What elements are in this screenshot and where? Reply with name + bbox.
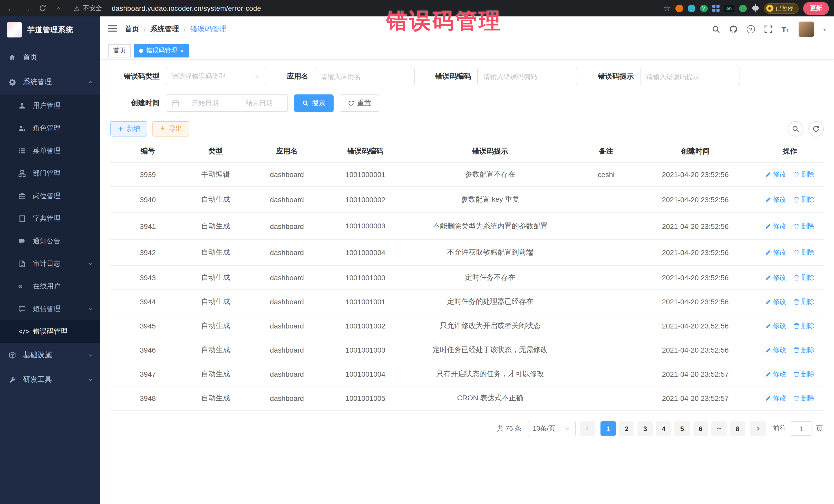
tab-home[interactable]: 首页 — [108, 44, 131, 57]
infinity-icon: ∞ — [19, 283, 27, 289]
edit-link[interactable]: 修改 — [765, 297, 786, 306]
search-button[interactable]: 搜索 — [294, 94, 334, 112]
tab-error-code[interactable]: 错误码管理 × — [134, 44, 189, 57]
select-placeholder: 请选择错误码类型 — [172, 72, 225, 81]
edit-link[interactable]: 修改 — [765, 345, 786, 355]
page-size-select[interactable]: 10条/页 — [528, 421, 576, 436]
export-button[interactable]: 导出 — [152, 121, 190, 136]
github-icon[interactable] — [729, 25, 737, 34]
breadcrumb-system[interactable]: 系统管理 — [150, 25, 179, 34]
error-type-select[interactable]: 请选择错误码类型 — [166, 68, 266, 85]
avatar-caret-icon[interactable]: ▾ — [823, 26, 826, 32]
cell-code: 1001001002 — [328, 314, 403, 338]
browser-update-button[interactable]: 更新 — [803, 2, 829, 15]
sidebar-item-megaphone[interactable]: 通知公告 — [0, 230, 100, 253]
pager-page-4[interactable]: 4 — [656, 421, 671, 436]
extension-record-icon[interactable] — [675, 4, 683, 12]
delete-link[interactable]: 删除 — [793, 248, 814, 257]
delete-link[interactable]: 删除 — [793, 273, 814, 282]
delete-link[interactable]: 删除 — [793, 170, 814, 179]
pager-page-5[interactable]: 5 — [674, 421, 690, 436]
fullscreen-icon[interactable] — [764, 25, 772, 34]
pager-prev-icon[interactable] — [580, 421, 595, 436]
extensions-puzzle-icon[interactable] — [751, 4, 759, 12]
refresh-table-icon[interactable] — [808, 121, 824, 136]
sidebar-item-code[interactable]: </>错误码管理 — [0, 320, 100, 343]
delete-link[interactable]: 删除 — [793, 195, 814, 204]
extension-apps-grid-icon[interactable] — [712, 5, 719, 12]
extension-colorpicker-icon[interactable] — [687, 4, 695, 12]
search-icon[interactable] — [711, 25, 720, 34]
sidebar-item-gear[interactable]: 系统管理 — [0, 70, 100, 94]
breadcrumb: 首页 / 系统管理 / 错误码管理 — [125, 25, 226, 34]
cell-code: 1001000002 — [328, 187, 403, 213]
close-tab-icon[interactable]: × — [180, 47, 184, 53]
edit-link[interactable]: 修改 — [765, 195, 786, 204]
back-icon[interactable]: ← — [5, 3, 17, 14]
table-row: 3941自动生成dashboard1001000003不能删除类型为系统内置的参… — [110, 213, 824, 239]
edit-link[interactable]: 修改 — [765, 394, 786, 403]
sidebar-item-badge[interactable]: 岗位管理 — [0, 185, 100, 207]
pager-ellipsis[interactable]: ••• — [711, 421, 727, 436]
cell-code: 1001001003 — [328, 338, 403, 362]
delete-link[interactable]: 删除 — [793, 394, 814, 403]
extension-v-icon[interactable]: V — [700, 4, 707, 12]
hamburger-icon[interactable] — [108, 24, 117, 34]
sidebar-item-infinity[interactable]: ∞在线用户 — [0, 275, 100, 298]
cell-app: dashboard — [246, 239, 328, 266]
edit-link[interactable]: 修改 — [765, 221, 786, 231]
app-name-input[interactable] — [321, 73, 409, 80]
bookmark-star-icon[interactable]: ☆ — [664, 4, 671, 13]
home-icon[interactable]: ⌂ — [53, 3, 64, 14]
address-bar[interactable]: dashboard.yudao.iocoder.cn/system/error-… — [112, 4, 261, 12]
edit-link[interactable]: 修改 — [765, 170, 786, 179]
list-icon — [19, 147, 27, 154]
goto-page-input[interactable] — [790, 421, 812, 436]
delete-link[interactable]: 删除 — [793, 345, 814, 355]
reload-icon[interactable] — [37, 3, 48, 14]
sidebar-item-home[interactable]: 首页 — [0, 45, 100, 70]
delete-link[interactable]: 删除 — [793, 321, 814, 330]
delete-link[interactable]: 删除 — [793, 221, 814, 231]
pager-page-2[interactable]: 2 — [619, 421, 634, 436]
filter-time-label: 创建时间 — [110, 98, 160, 108]
user-avatar[interactable] — [798, 22, 814, 37]
pager-page-8[interactable]: 8 — [730, 421, 745, 436]
sidebar-item-users[interactable]: 角色管理 — [0, 117, 100, 139]
profile-paused-chip[interactable]: ☻ 已暂停 — [764, 3, 798, 14]
toggle-search-icon[interactable] — [788, 121, 803, 136]
help-icon[interactable]: ? — [746, 25, 755, 34]
error-code-input[interactable] — [483, 73, 571, 80]
pager-page-1[interactable]: 1 — [600, 421, 616, 436]
extension-leaf-icon[interactable] — [739, 4, 746, 12]
pager-page-6[interactable]: 6 — [693, 421, 708, 436]
logo[interactable]: 芋道管理系统 — [0, 17, 100, 43]
sidebar-item-list[interactable]: 菜单管理 — [0, 139, 100, 162]
security-status[interactable]: ⚠ 不安全 — [74, 4, 102, 13]
add-button[interactable]: 新增 — [110, 121, 147, 136]
forward-icon[interactable]: → — [21, 3, 32, 14]
extension-vpn-icon[interactable]: on — [724, 4, 734, 12]
sidebar-item-docedit[interactable]: 审计日志 — [0, 253, 100, 275]
screen: ← → ⌂ ⚠ 不安全 dashboard.yudao.iocoder.cn/s… — [0, 0, 834, 504]
sidebar-item-user[interactable]: 用户管理 — [0, 94, 100, 117]
delete-link[interactable]: 删除 — [793, 370, 814, 379]
sidebar-item-wrench[interactable]: 研发工具 — [0, 368, 100, 392]
edit-link[interactable]: 修改 — [765, 273, 786, 282]
font-size-icon[interactable]: TT — [782, 25, 789, 33]
edit-link[interactable]: 修改 — [765, 248, 786, 257]
reset-button[interactable]: 重置 — [340, 94, 379, 112]
sidebar-item-box[interactable]: 基础设施 — [0, 343, 100, 368]
sidebar-item-book[interactable]: 字典管理 — [0, 207, 100, 230]
pager-next-icon[interactable] — [750, 421, 766, 436]
plus-icon — [117, 126, 124, 132]
delete-link[interactable]: 删除 — [793, 297, 814, 306]
edit-link[interactable]: 修改 — [765, 321, 786, 330]
create-time-range-picker[interactable]: 开始日期 - 结束日期 — [166, 94, 288, 112]
edit-link[interactable]: 修改 — [765, 370, 786, 379]
sidebar-item-chat[interactable]: 短信管理 — [0, 298, 100, 320]
error-msg-input[interactable] — [646, 73, 734, 80]
sidebar-item-tree[interactable]: 部门管理 — [0, 162, 100, 185]
breadcrumb-home[interactable]: 首页 — [125, 25, 139, 34]
pager-page-3[interactable]: 3 — [637, 421, 653, 436]
